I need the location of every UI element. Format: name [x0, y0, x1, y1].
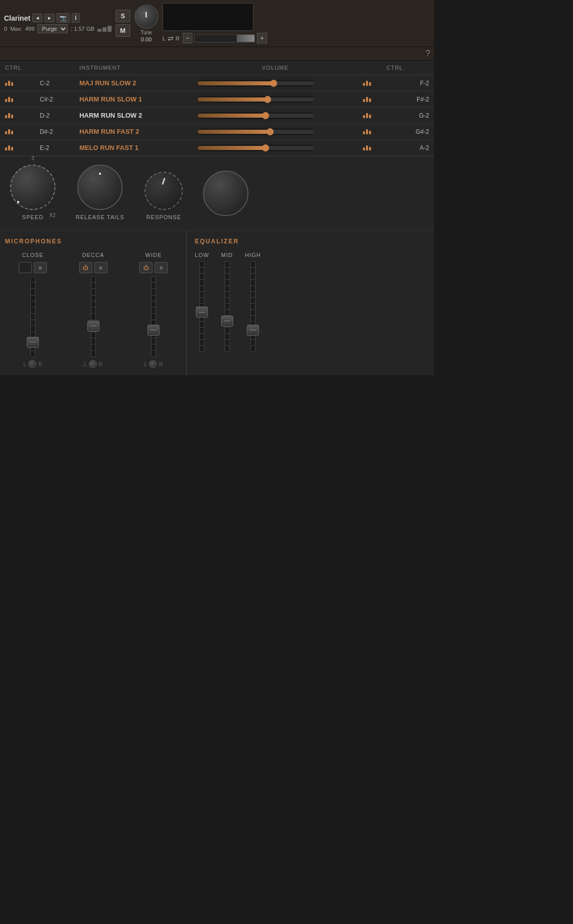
vol-minus-button[interactable]: − [183, 33, 193, 43]
release-tails-knob[interactable] [77, 165, 123, 210]
vol-slider-wrap[interactable] [198, 128, 314, 135]
eq-col-label: HIGH [245, 252, 261, 258]
main-content: CTRL INSTRUMENT VOLUME CTRL C-2MAJ RUN S… [0, 61, 434, 375]
mic-list-btn[interactable]: ≡ [154, 262, 168, 273]
pan-knob[interactable] [28, 360, 36, 368]
eq-tick-line [251, 309, 255, 310]
eq-fader-track[interactable] [225, 261, 230, 352]
tick-line [31, 307, 35, 307]
eq-fader-track[interactable] [199, 261, 204, 352]
help-icon[interactable]: ? [426, 49, 430, 58]
pan-knob[interactable] [149, 360, 157, 368]
mic-controls-row: ⏻ ≡ [139, 262, 168, 273]
vol-thumb[interactable] [262, 112, 269, 119]
mic-power-btn[interactable]: ⏻ [79, 262, 92, 273]
volume-slider-cell[interactable] [193, 108, 357, 124]
note-right: G-2 [382, 108, 434, 124]
tune-knob[interactable] [134, 5, 159, 29]
camera-button[interactable]: 📷 [57, 13, 70, 23]
pan-l-label: L [23, 362, 26, 367]
mic-fader-track[interactable] [91, 276, 96, 357]
vol-fill [198, 130, 270, 134]
table-row[interactable]: D#-2HARM RUN FAST 2 G#-2 [0, 124, 434, 140]
table-row[interactable]: E-2MELO RUN FAST 1 A-2 [0, 140, 434, 156]
eq-tick-line [251, 303, 255, 303]
mute-button[interactable]: M [116, 24, 130, 37]
response-knob[interactable] [144, 172, 183, 210]
speed-x2-label: X2 [49, 213, 56, 218]
eq-fader-thumb[interactable] [247, 325, 259, 336]
instrument-name[interactable]: MELO RUN FAST 1 [74, 140, 193, 156]
tune-value: 0.00 [141, 36, 151, 42]
eq-columns: LOW MID HIGH [195, 252, 426, 352]
solo-button[interactable]: S [116, 10, 130, 22]
eq-tick-line [251, 339, 255, 340]
instrument-name-row: Clarinet ◄ ► 📷 ℹ [4, 13, 112, 23]
tick-line [151, 282, 155, 283]
mic-power-btn[interactable]: ⏻ [139, 262, 152, 273]
stat-max-label: Max: [10, 26, 22, 32]
mic-fader-track[interactable] [151, 276, 156, 357]
eq-tick-line [225, 345, 229, 346]
pan-r-label: R [38, 362, 42, 367]
speed-knob[interactable] [10, 165, 56, 210]
vol-slider-wrap[interactable] [198, 144, 314, 151]
tick-line [151, 350, 155, 351]
info-button[interactable]: ℹ [72, 13, 80, 23]
table-row[interactable]: D-2HARM RUN SLOW 2 G-2 [0, 108, 434, 124]
eq-fader-track[interactable] [250, 261, 255, 352]
instrument-name[interactable]: HARM RUN FAST 2 [74, 124, 193, 140]
instrument-name[interactable]: MAJ RUN SLOW 2 [74, 75, 193, 91]
mic-empty-btn[interactable] [19, 262, 32, 273]
eq-fader-thumb[interactable] [221, 316, 233, 327]
instrument-name[interactable]: HARM RUN SLOW 1 [74, 91, 193, 108]
vol-slider[interactable] [194, 34, 255, 42]
purge-select[interactable]: Purge [37, 24, 68, 33]
vol-thumb[interactable] [262, 144, 269, 151]
table-row[interactable]: C-2MAJ RUN SLOW 2 F-2 [0, 75, 434, 91]
tick-line [31, 313, 35, 314]
vol-slider-wrap[interactable] [198, 96, 314, 103]
mic-list-btn[interactable]: ≡ [34, 262, 47, 273]
display-box [163, 3, 253, 31]
volume-slider-cell[interactable] [193, 140, 357, 156]
eq-tick-line [251, 267, 255, 268]
table-row[interactable]: C#-2HARM RUN SLOW 1 F#-2 [0, 91, 434, 108]
eq-fader-thumb[interactable] [196, 306, 208, 318]
header-ctrl-icon [358, 61, 382, 75]
mic-fader-track[interactable] [30, 276, 35, 357]
eq-fader-container [225, 261, 230, 352]
nav-next-button[interactable]: ► [44, 14, 55, 22]
vol-thumb[interactable] [267, 128, 274, 135]
pan-knob[interactable] [89, 360, 97, 368]
bars-icon-left [0, 91, 35, 108]
tick-line [91, 307, 95, 307]
vol-plus-button[interactable]: + [257, 33, 267, 43]
vol-thumb[interactable] [264, 96, 271, 103]
vol-fill [198, 114, 265, 118]
bars-icon-right [358, 75, 382, 91]
vol-slider-wrap[interactable] [198, 80, 314, 87]
volume-slider-cell[interactable] [193, 91, 357, 108]
eq-tick-line [251, 279, 255, 280]
mic-fader-thumb[interactable] [87, 321, 99, 332]
mic-col-label: DECCA [82, 252, 105, 258]
knob4-group [203, 171, 248, 220]
mic-col-wide: WIDE ⏻ ≡ L R [126, 252, 181, 368]
knob4[interactable] [203, 171, 248, 216]
mic-fader-thumb[interactable] [27, 337, 39, 348]
mic-fader-thumb[interactable] [147, 325, 160, 336]
vol-slider-wrap[interactable] [198, 112, 314, 119]
instrument-name[interactable]: HARM RUN SLOW 2 [74, 108, 193, 124]
equalizer-title: EQUALIZER [195, 238, 426, 245]
tick-line [151, 344, 155, 344]
eq-tick-line [200, 285, 204, 286]
volume-slider-cell[interactable] [193, 75, 357, 91]
header-ctrl2: CTRL [382, 61, 434, 75]
volume-slider-cell[interactable] [193, 124, 357, 140]
eq-tick-line [251, 285, 255, 286]
vol-thumb[interactable] [270, 80, 277, 87]
nav-prev-button[interactable]: ◄ [32, 14, 42, 22]
mic-list-btn[interactable]: ≡ [94, 262, 108, 273]
mic-controls-row: ≡ [19, 262, 47, 273]
